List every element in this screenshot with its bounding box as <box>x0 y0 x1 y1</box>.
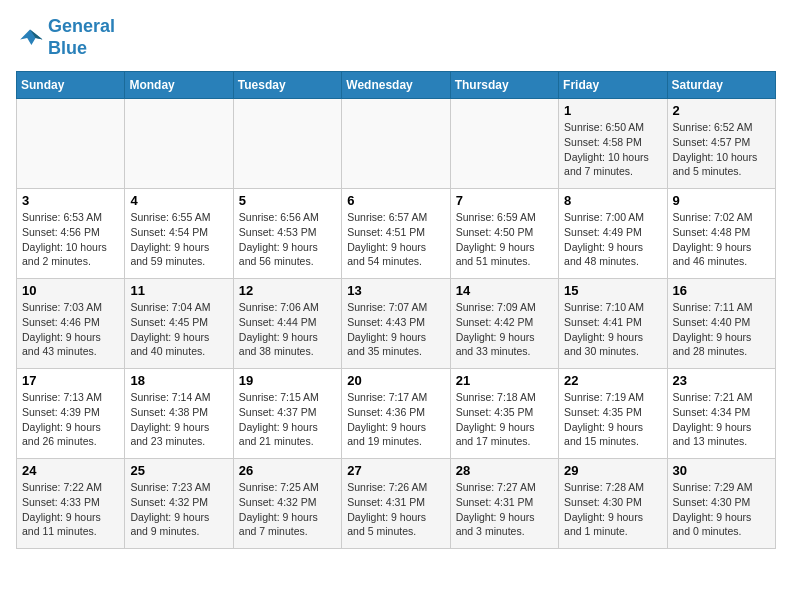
day-number: 14 <box>456 283 553 298</box>
day-info: Sunrise: 7:06 AM Sunset: 4:44 PM Dayligh… <box>239 300 336 359</box>
day-info: Sunrise: 7:07 AM Sunset: 4:43 PM Dayligh… <box>347 300 444 359</box>
day-info: Sunrise: 7:22 AM Sunset: 4:33 PM Dayligh… <box>22 480 119 539</box>
day-number: 2 <box>673 103 770 118</box>
calendar-cell: 2Sunrise: 6:52 AM Sunset: 4:57 PM Daylig… <box>667 99 775 189</box>
day-number: 21 <box>456 373 553 388</box>
calendar-cell: 15Sunrise: 7:10 AM Sunset: 4:41 PM Dayli… <box>559 279 667 369</box>
day-number: 1 <box>564 103 661 118</box>
page-header: General Blue <box>16 16 776 59</box>
weekday-header-friday: Friday <box>559 72 667 99</box>
day-info: Sunrise: 7:04 AM Sunset: 4:45 PM Dayligh… <box>130 300 227 359</box>
day-info: Sunrise: 6:55 AM Sunset: 4:54 PM Dayligh… <box>130 210 227 269</box>
calendar-cell: 9Sunrise: 7:02 AM Sunset: 4:48 PM Daylig… <box>667 189 775 279</box>
day-number: 5 <box>239 193 336 208</box>
weekday-header-row: SundayMondayTuesdayWednesdayThursdayFrid… <box>17 72 776 99</box>
calendar-cell: 7Sunrise: 6:59 AM Sunset: 4:50 PM Daylig… <box>450 189 558 279</box>
calendar-cell: 29Sunrise: 7:28 AM Sunset: 4:30 PM Dayli… <box>559 459 667 549</box>
weekday-header-saturday: Saturday <box>667 72 775 99</box>
calendar-cell: 11Sunrise: 7:04 AM Sunset: 4:45 PM Dayli… <box>125 279 233 369</box>
weekday-header-sunday: Sunday <box>17 72 125 99</box>
calendar-week-row: 1Sunrise: 6:50 AM Sunset: 4:58 PM Daylig… <box>17 99 776 189</box>
day-info: Sunrise: 7:13 AM Sunset: 4:39 PM Dayligh… <box>22 390 119 449</box>
weekday-header-monday: Monday <box>125 72 233 99</box>
day-info: Sunrise: 7:14 AM Sunset: 4:38 PM Dayligh… <box>130 390 227 449</box>
day-number: 23 <box>673 373 770 388</box>
day-number: 10 <box>22 283 119 298</box>
weekday-header-wednesday: Wednesday <box>342 72 450 99</box>
day-info: Sunrise: 6:50 AM Sunset: 4:58 PM Dayligh… <box>564 120 661 179</box>
day-number: 15 <box>564 283 661 298</box>
day-info: Sunrise: 7:15 AM Sunset: 4:37 PM Dayligh… <box>239 390 336 449</box>
calendar-cell <box>125 99 233 189</box>
day-info: Sunrise: 7:28 AM Sunset: 4:30 PM Dayligh… <box>564 480 661 539</box>
calendar-cell: 23Sunrise: 7:21 AM Sunset: 4:34 PM Dayli… <box>667 369 775 459</box>
day-number: 26 <box>239 463 336 478</box>
calendar-cell: 26Sunrise: 7:25 AM Sunset: 4:32 PM Dayli… <box>233 459 341 549</box>
calendar-cell: 4Sunrise: 6:55 AM Sunset: 4:54 PM Daylig… <box>125 189 233 279</box>
day-number: 12 <box>239 283 336 298</box>
day-info: Sunrise: 7:25 AM Sunset: 4:32 PM Dayligh… <box>239 480 336 539</box>
day-info: Sunrise: 7:03 AM Sunset: 4:46 PM Dayligh… <box>22 300 119 359</box>
day-number: 17 <box>22 373 119 388</box>
calendar-cell: 27Sunrise: 7:26 AM Sunset: 4:31 PM Dayli… <box>342 459 450 549</box>
day-info: Sunrise: 7:21 AM Sunset: 4:34 PM Dayligh… <box>673 390 770 449</box>
calendar-cell: 8Sunrise: 7:00 AM Sunset: 4:49 PM Daylig… <box>559 189 667 279</box>
day-number: 30 <box>673 463 770 478</box>
day-number: 25 <box>130 463 227 478</box>
day-number: 8 <box>564 193 661 208</box>
calendar-cell: 25Sunrise: 7:23 AM Sunset: 4:32 PM Dayli… <box>125 459 233 549</box>
day-number: 27 <box>347 463 444 478</box>
day-number: 11 <box>130 283 227 298</box>
day-info: Sunrise: 7:11 AM Sunset: 4:40 PM Dayligh… <box>673 300 770 359</box>
day-info: Sunrise: 7:26 AM Sunset: 4:31 PM Dayligh… <box>347 480 444 539</box>
logo-text: General Blue <box>48 16 115 59</box>
day-info: Sunrise: 7:00 AM Sunset: 4:49 PM Dayligh… <box>564 210 661 269</box>
calendar-cell: 13Sunrise: 7:07 AM Sunset: 4:43 PM Dayli… <box>342 279 450 369</box>
day-info: Sunrise: 6:57 AM Sunset: 4:51 PM Dayligh… <box>347 210 444 269</box>
logo: General Blue <box>16 16 115 59</box>
calendar-cell <box>233 99 341 189</box>
calendar-cell: 14Sunrise: 7:09 AM Sunset: 4:42 PM Dayli… <box>450 279 558 369</box>
calendar-week-row: 17Sunrise: 7:13 AM Sunset: 4:39 PM Dayli… <box>17 369 776 459</box>
day-info: Sunrise: 7:18 AM Sunset: 4:35 PM Dayligh… <box>456 390 553 449</box>
day-number: 9 <box>673 193 770 208</box>
day-number: 29 <box>564 463 661 478</box>
day-info: Sunrise: 7:27 AM Sunset: 4:31 PM Dayligh… <box>456 480 553 539</box>
calendar-cell: 19Sunrise: 7:15 AM Sunset: 4:37 PM Dayli… <box>233 369 341 459</box>
weekday-header-tuesday: Tuesday <box>233 72 341 99</box>
calendar-cell: 1Sunrise: 6:50 AM Sunset: 4:58 PM Daylig… <box>559 99 667 189</box>
calendar-cell <box>450 99 558 189</box>
calendar-cell: 22Sunrise: 7:19 AM Sunset: 4:35 PM Dayli… <box>559 369 667 459</box>
day-info: Sunrise: 7:02 AM Sunset: 4:48 PM Dayligh… <box>673 210 770 269</box>
calendar-week-row: 24Sunrise: 7:22 AM Sunset: 4:33 PM Dayli… <box>17 459 776 549</box>
day-number: 6 <box>347 193 444 208</box>
day-info: Sunrise: 7:23 AM Sunset: 4:32 PM Dayligh… <box>130 480 227 539</box>
calendar-cell: 3Sunrise: 6:53 AM Sunset: 4:56 PM Daylig… <box>17 189 125 279</box>
calendar-cell: 5Sunrise: 6:56 AM Sunset: 4:53 PM Daylig… <box>233 189 341 279</box>
calendar-table: SundayMondayTuesdayWednesdayThursdayFrid… <box>16 71 776 549</box>
day-info: Sunrise: 7:10 AM Sunset: 4:41 PM Dayligh… <box>564 300 661 359</box>
day-number: 13 <box>347 283 444 298</box>
calendar-cell: 18Sunrise: 7:14 AM Sunset: 4:38 PM Dayli… <box>125 369 233 459</box>
calendar-cell: 20Sunrise: 7:17 AM Sunset: 4:36 PM Dayli… <box>342 369 450 459</box>
day-number: 16 <box>673 283 770 298</box>
day-info: Sunrise: 6:53 AM Sunset: 4:56 PM Dayligh… <box>22 210 119 269</box>
calendar-cell: 16Sunrise: 7:11 AM Sunset: 4:40 PM Dayli… <box>667 279 775 369</box>
calendar-week-row: 10Sunrise: 7:03 AM Sunset: 4:46 PM Dayli… <box>17 279 776 369</box>
day-number: 18 <box>130 373 227 388</box>
day-number: 24 <box>22 463 119 478</box>
calendar-cell <box>342 99 450 189</box>
calendar-cell: 30Sunrise: 7:29 AM Sunset: 4:30 PM Dayli… <box>667 459 775 549</box>
day-info: Sunrise: 6:56 AM Sunset: 4:53 PM Dayligh… <box>239 210 336 269</box>
logo-bird-icon <box>16 24 44 52</box>
day-info: Sunrise: 7:09 AM Sunset: 4:42 PM Dayligh… <box>456 300 553 359</box>
day-info: Sunrise: 6:59 AM Sunset: 4:50 PM Dayligh… <box>456 210 553 269</box>
day-info: Sunrise: 7:17 AM Sunset: 4:36 PM Dayligh… <box>347 390 444 449</box>
day-info: Sunrise: 7:29 AM Sunset: 4:30 PM Dayligh… <box>673 480 770 539</box>
day-number: 20 <box>347 373 444 388</box>
calendar-cell: 6Sunrise: 6:57 AM Sunset: 4:51 PM Daylig… <box>342 189 450 279</box>
weekday-header-thursday: Thursday <box>450 72 558 99</box>
day-number: 19 <box>239 373 336 388</box>
day-info: Sunrise: 7:19 AM Sunset: 4:35 PM Dayligh… <box>564 390 661 449</box>
day-number: 4 <box>130 193 227 208</box>
